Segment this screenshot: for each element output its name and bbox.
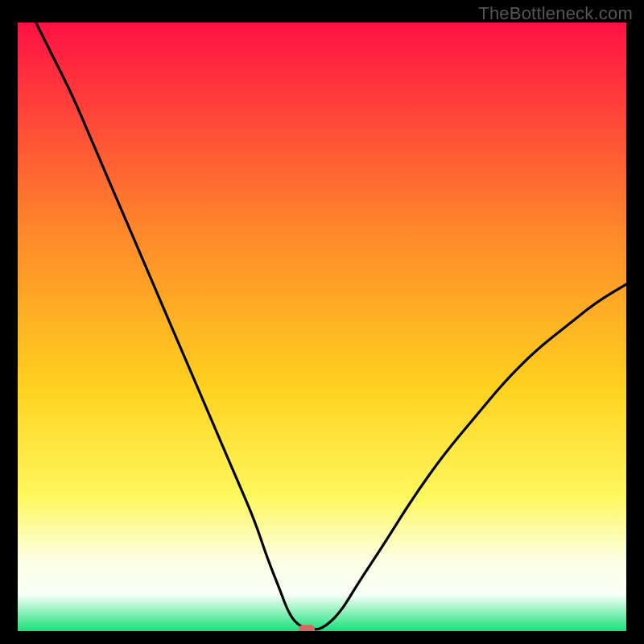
gradient-background (18, 23, 626, 631)
plot-area (18, 23, 626, 631)
bottleneck-chart (18, 23, 626, 631)
optimal-marker (299, 625, 315, 631)
chart-frame: TheBottleneck.com (0, 0, 644, 644)
watermark-text: TheBottleneck.com (478, 3, 633, 24)
